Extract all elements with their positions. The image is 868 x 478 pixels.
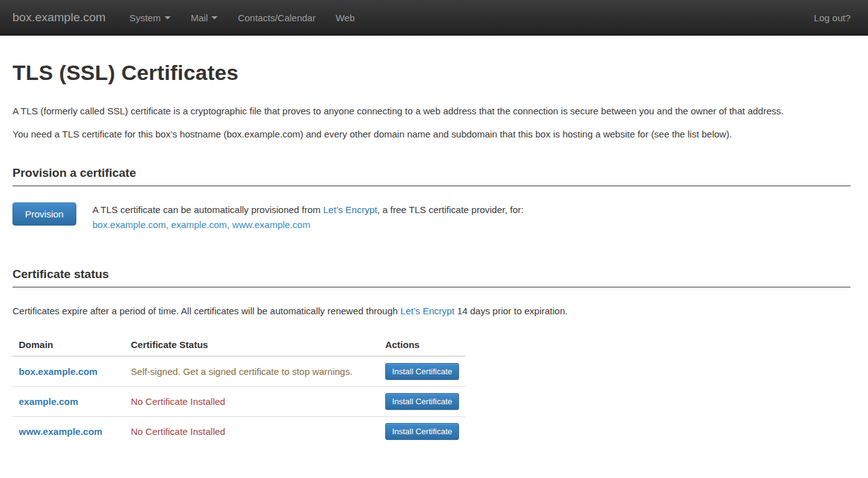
page-title: TLS (SSL) Certificates bbox=[13, 61, 850, 85]
logout-link[interactable]: Log out? bbox=[814, 12, 850, 23]
nav-item-system[interactable]: System bbox=[119, 0, 181, 35]
provision-section-heading: Provision a certificate bbox=[13, 166, 850, 186]
table-row: box.example.comSelf-signed. Get a signed… bbox=[13, 356, 465, 387]
table-row: example.comNo Certificate InstalledInsta… bbox=[13, 387, 465, 417]
nav-item-web[interactable]: Web bbox=[326, 0, 365, 35]
domain-link[interactable]: www.example.com bbox=[19, 426, 103, 437]
status-description: Certificates expire after a period of ti… bbox=[13, 304, 850, 319]
certificate-status-text: No Certificate Installed bbox=[131, 396, 225, 407]
status-text-after: 14 days prior to expiration. bbox=[455, 306, 568, 316]
lets-encrypt-link[interactable]: Let’s Encrypt bbox=[400, 306, 454, 316]
status-section-heading: Certificate status bbox=[13, 267, 850, 287]
main-content: TLS (SSL) Certificates A TLS (formerly c… bbox=[0, 61, 868, 471]
lets-encrypt-link[interactable]: Let’s Encrypt bbox=[323, 204, 377, 215]
domain-link[interactable]: box.example.com bbox=[19, 366, 98, 377]
nav-item-contacts-calendar[interactable]: Contacts/Calendar bbox=[228, 0, 325, 35]
nav-item-label: Mail bbox=[191, 12, 208, 23]
domain-link[interactable]: example.com bbox=[19, 396, 78, 407]
navbar-brand[interactable]: box.example.com bbox=[13, 11, 106, 24]
column-header-actions: Actions bbox=[379, 334, 465, 356]
intro-paragraph-1: A TLS (formerly called SSL) certificate … bbox=[13, 104, 850, 119]
provision-text-before: A TLS certificate can be automatically p… bbox=[93, 204, 323, 215]
table-row: www.example.comNo Certificate InstalledI… bbox=[13, 417, 465, 447]
provision-description: A TLS certificate can be automatically p… bbox=[93, 202, 524, 233]
status-text-before: Certificates expire after a period of ti… bbox=[13, 306, 400, 316]
nav-item-mail[interactable]: Mail bbox=[181, 0, 228, 35]
certificate-status-text: No Certificate Installed bbox=[131, 426, 225, 437]
column-header-domain: Domain bbox=[13, 334, 124, 356]
navbar-menu: System Mail Contacts/Calendar Web bbox=[119, 0, 365, 35]
chevron-down-icon bbox=[164, 16, 171, 19]
provision-row: Provision A TLS certificate can be autom… bbox=[13, 202, 850, 233]
certificate-status-table: Domain Certificate Status Actions box.ex… bbox=[13, 334, 465, 446]
provision-domains-list[interactable]: box.example.com, example.com, www.exampl… bbox=[93, 219, 310, 230]
nav-item-label: Contacts/Calendar bbox=[238, 12, 315, 23]
certificate-status-text: Self-signed. Get a signed certificate to… bbox=[131, 366, 352, 377]
chevron-down-icon bbox=[211, 16, 218, 19]
intro-paragraph-2: You need a TLS certificate for this box’… bbox=[13, 127, 850, 142]
column-header-certificate-status: Certificate Status bbox=[124, 334, 379, 356]
provision-button[interactable]: Provision bbox=[13, 202, 76, 226]
top-navbar: box.example.com System Mail Contacts/Cal… bbox=[0, 0, 868, 36]
nav-item-label: System bbox=[129, 12, 161, 23]
provision-text-after: , a free TLS certificate provider, for: bbox=[377, 204, 523, 215]
install-certificate-button[interactable]: Install Certificate bbox=[385, 423, 459, 440]
nav-item-label: Web bbox=[336, 12, 355, 23]
install-certificate-button[interactable]: Install Certificate bbox=[385, 393, 459, 410]
table-header-row: Domain Certificate Status Actions bbox=[13, 334, 465, 356]
install-certificate-button[interactable]: Install Certificate bbox=[385, 363, 459, 380]
